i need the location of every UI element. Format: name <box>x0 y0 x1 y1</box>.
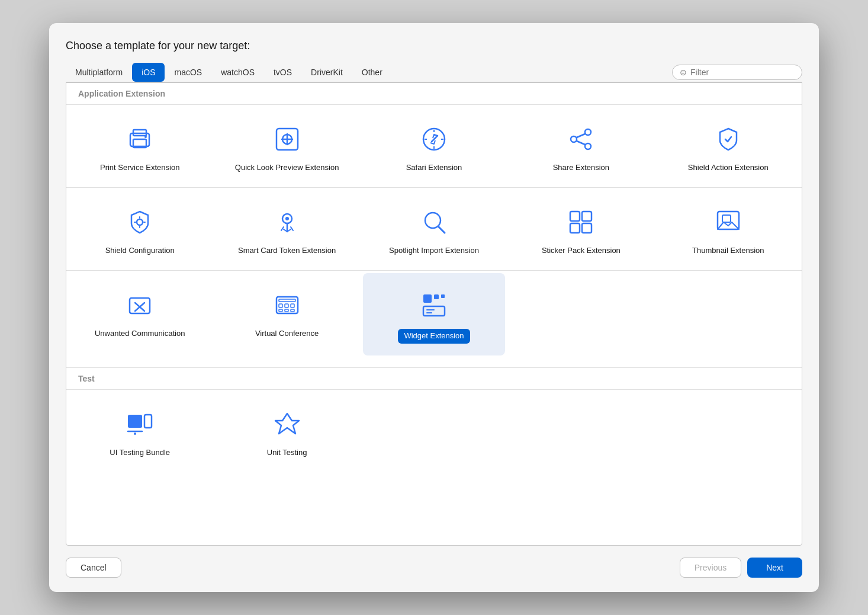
tab-bar: Multiplatform iOS macOS watchOS tvOS Dri… <box>66 63 802 82</box>
grid-row1: Print Service Extension Quick Look Previ… <box>66 105 802 188</box>
item-shield-configuration[interactable]: Shield Configuration <box>69 190 211 268</box>
smart-card-icon <box>269 204 305 240</box>
shield-action-label: Shield Action Extension <box>688 163 769 173</box>
svg-point-9 <box>585 143 591 149</box>
dialog-title: Choose a template for your new target: <box>66 40 802 52</box>
item-share-extension[interactable]: Share Extension <box>510 107 652 185</box>
unit-testing-label: Unit Testing <box>267 448 307 458</box>
item-unwanted-communication[interactable]: Unwanted Communication <box>69 273 211 355</box>
item-widget-extension[interactable]: Widget Extension <box>363 273 505 355</box>
footer-right: Previous Next <box>680 558 802 578</box>
tab-macos[interactable]: macOS <box>165 63 211 82</box>
unwanted-communication-label: Unwanted Communication <box>95 329 185 339</box>
svg-rect-31 <box>441 294 445 298</box>
section-test: Test <box>66 368 802 390</box>
svg-point-12 <box>285 217 289 220</box>
spotlight-import-icon <box>416 204 452 240</box>
shield-configuration-icon <box>122 204 157 240</box>
thumbnail-label: Thumbnail Extension <box>692 246 764 256</box>
svg-rect-15 <box>582 212 591 221</box>
quick-look-preview-icon <box>269 121 305 157</box>
previous-button[interactable]: Previous <box>680 558 741 578</box>
section-application-extension: Application Extension <box>66 83 802 105</box>
svg-point-35 <box>134 433 136 435</box>
smart-card-label: Smart Card Token Extension <box>238 246 336 256</box>
item-thumbnail[interactable]: Thumbnail Extension <box>657 190 799 268</box>
tab-multiplatform[interactable]: Multiplatform <box>66 63 132 82</box>
svg-rect-25 <box>291 304 294 308</box>
unwanted-communication-icon <box>122 287 157 323</box>
svg-rect-33 <box>128 415 142 428</box>
item-safari-extension[interactable]: Safari Extension <box>363 107 505 185</box>
sticker-pack-label: Sticker Pack Extension <box>542 246 621 256</box>
tab-watchos[interactable]: watchOS <box>211 63 264 82</box>
svg-rect-20 <box>130 298 150 313</box>
shield-configuration-label: Shield Configuration <box>105 246 175 256</box>
svg-point-7 <box>585 129 591 135</box>
filter-box: ⊜ <box>672 65 802 80</box>
item-quick-look-preview[interactable]: Quick Look Preview Extension <box>216 107 358 185</box>
item-print-service[interactable]: Print Service Extension <box>69 107 211 185</box>
print-service-label: Print Service Extension <box>100 163 179 173</box>
item-shield-action[interactable]: Shield Action Extension <box>657 107 799 185</box>
safari-extension-label: Safari Extension <box>406 163 462 173</box>
sticker-pack-icon <box>563 204 599 240</box>
svg-rect-28 <box>291 309 294 312</box>
svg-point-3 <box>144 136 147 138</box>
tab-ios[interactable]: iOS <box>132 63 165 82</box>
tab-tvos[interactable]: tvOS <box>264 63 301 82</box>
svg-rect-30 <box>434 294 439 299</box>
svg-rect-14 <box>570 212 580 221</box>
svg-point-10 <box>137 219 143 225</box>
content-area: Application Extension Print Service Exte… <box>66 82 802 546</box>
unit-testing-icon <box>269 406 305 442</box>
cancel-button[interactable]: Cancel <box>66 558 121 578</box>
svg-rect-32 <box>423 306 445 316</box>
svg-rect-23 <box>279 304 282 308</box>
svg-point-8 <box>571 136 577 142</box>
virtual-conference-label: Virtual Conference <box>255 329 319 339</box>
grid-row2: Shield Configuration Smart Card Token Ex… <box>66 188 802 271</box>
print-service-icon <box>122 121 157 157</box>
filter-icon: ⊜ <box>680 68 687 77</box>
ui-testing-label: UI Testing Bundle <box>110 448 170 458</box>
share-extension-label: Share Extension <box>553 163 609 173</box>
spotlight-import-label: Spotlight Import Extension <box>389 246 479 256</box>
widget-extension-icon <box>416 287 452 323</box>
item-spotlight-import[interactable]: Spotlight Import Extension <box>363 190 505 268</box>
widget-extension-label: Widget Extension <box>398 329 470 344</box>
svg-rect-26 <box>279 309 282 312</box>
filter-input[interactable] <box>690 68 795 77</box>
svg-rect-19 <box>722 215 731 222</box>
svg-rect-24 <box>285 304 288 308</box>
next-button[interactable]: Next <box>747 558 802 578</box>
tab-driverkit[interactable]: DriverKit <box>301 63 352 82</box>
share-extension-icon <box>563 121 599 157</box>
svg-rect-27 <box>285 309 288 312</box>
tab-bar-tabs: Multiplatform iOS macOS watchOS tvOS Dri… <box>66 63 672 82</box>
item-sticker-pack[interactable]: Sticker Pack Extension <box>510 190 652 268</box>
svg-rect-22 <box>279 299 295 302</box>
safari-extension-icon <box>416 121 452 157</box>
svg-rect-34 <box>144 415 152 428</box>
item-ui-testing[interactable]: UI Testing Bundle <box>69 392 211 470</box>
item-smart-card[interactable]: Smart Card Token Extension <box>216 190 358 268</box>
shield-action-icon <box>711 121 746 157</box>
item-virtual-conference[interactable]: Virtual Conference <box>216 273 358 355</box>
grid-test: UI Testing Bundle Unit Testing <box>66 390 802 472</box>
thumbnail-icon <box>711 204 746 240</box>
svg-rect-17 <box>582 223 591 233</box>
svg-rect-16 <box>570 223 580 233</box>
ui-testing-icon <box>122 406 157 442</box>
svg-rect-29 <box>423 294 432 303</box>
grid-row3: Unwanted Communication Vir <box>66 271 802 368</box>
tab-other[interactable]: Other <box>352 63 392 82</box>
template-dialog: Choose a template for your new target: M… <box>49 23 819 592</box>
dialog-footer: Cancel Previous Next <box>66 558 802 578</box>
quick-look-preview-label: Quick Look Preview Extension <box>235 163 339 173</box>
virtual-conference-icon <box>269 287 305 323</box>
item-unit-testing[interactable]: Unit Testing <box>216 392 358 470</box>
